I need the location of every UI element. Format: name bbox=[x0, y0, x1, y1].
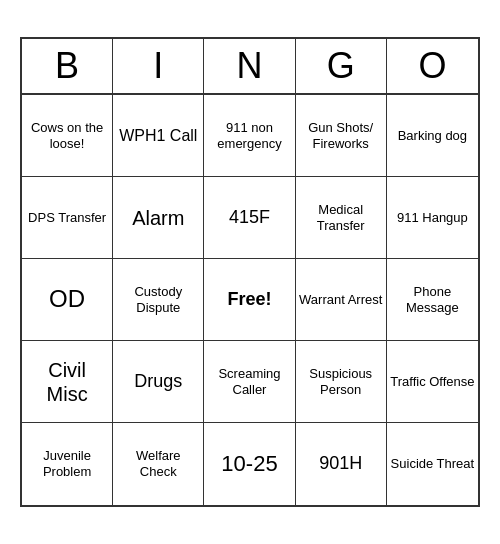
bingo-cell-11: Custody Dispute bbox=[113, 259, 204, 341]
bingo-cell-6: Alarm bbox=[113, 177, 204, 259]
bingo-cell-17: Screaming Caller bbox=[204, 341, 295, 423]
bingo-cell-18: Suspicious Person bbox=[296, 341, 387, 423]
bingo-cell-23: 901H bbox=[296, 423, 387, 505]
bingo-cell-9: 911 Hangup bbox=[387, 177, 478, 259]
bingo-cell-3: Gun Shots/ Fireworks bbox=[296, 95, 387, 177]
bingo-cell-20: Juvenile Problem bbox=[22, 423, 113, 505]
bingo-cell-14: Phone Message bbox=[387, 259, 478, 341]
bingo-cell-13: Warrant Arrest bbox=[296, 259, 387, 341]
bingo-cell-2: 911 non emergency bbox=[204, 95, 295, 177]
bingo-letter-g: G bbox=[296, 39, 387, 93]
bingo-card: BINGO Cows on the loose!WPH1 Call911 non… bbox=[20, 37, 480, 507]
bingo-cell-16: Drugs bbox=[113, 341, 204, 423]
bingo-cell-22: 10-25 bbox=[204, 423, 295, 505]
bingo-cell-5: DPS Transfer bbox=[22, 177, 113, 259]
bingo-header: BINGO bbox=[22, 39, 478, 95]
bingo-cell-19: Traffic Offense bbox=[387, 341, 478, 423]
bingo-cell-21: Welfare Check bbox=[113, 423, 204, 505]
bingo-cell-10: OD bbox=[22, 259, 113, 341]
bingo-letter-i: I bbox=[113, 39, 204, 93]
bingo-cell-8: Medical Transfer bbox=[296, 177, 387, 259]
bingo-cell-7: 415F bbox=[204, 177, 295, 259]
bingo-cell-1: WPH1 Call bbox=[113, 95, 204, 177]
bingo-letter-o: O bbox=[387, 39, 478, 93]
bingo-cell-15: Civil Misc bbox=[22, 341, 113, 423]
bingo-cell-0: Cows on the loose! bbox=[22, 95, 113, 177]
bingo-grid: Cows on the loose!WPH1 Call911 non emerg… bbox=[22, 95, 478, 505]
bingo-cell-4: Barking dog bbox=[387, 95, 478, 177]
bingo-cell-12: Free! bbox=[204, 259, 295, 341]
bingo-letter-n: N bbox=[204, 39, 295, 93]
bingo-letter-b: B bbox=[22, 39, 113, 93]
bingo-cell-24: Suicide Threat bbox=[387, 423, 478, 505]
